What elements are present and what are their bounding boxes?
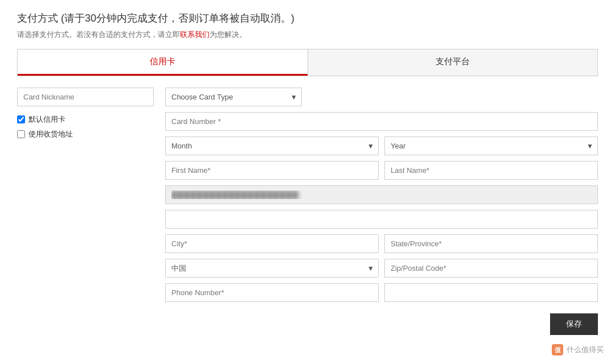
name-row: [165, 161, 598, 180]
tab-payment-platform[interactable]: 支付平台: [308, 49, 598, 76]
subtitle-after-link: 为您解决。: [210, 30, 247, 39]
first-name-field: [165, 161, 379, 180]
country-select[interactable]: 中国 美国 日本 韩国: [165, 259, 379, 278]
last-name-input[interactable]: [384, 161, 598, 180]
year-select-wrapper: Year 2024 2025 2026 2027 2028 2029 2030 …: [384, 136, 598, 155]
state-input[interactable]: [384, 234, 598, 253]
card-nickname-input[interactable]: [17, 88, 154, 106]
state-field: [384, 234, 598, 253]
city-input[interactable]: [165, 234, 379, 253]
right-column: Choose Card Type Visa MasterCard America…: [165, 88, 598, 335]
country-select-wrapper: 中国 美国 日本 韩国 ▼: [165, 259, 379, 278]
card-type-select[interactable]: Choose Card Type Visa MasterCard America…: [165, 88, 302, 106]
use-shipping-address-checkbox[interactable]: [17, 130, 25, 138]
subtitle-before-link: 请选择支付方式。若没有合适的支付方式，请立即: [17, 30, 180, 39]
card-number-row: [165, 112, 598, 131]
blurred-address-row: [165, 185, 598, 204]
phone-extra-field: [384, 283, 598, 302]
zip-input[interactable]: [384, 259, 598, 278]
watermark: 值 什么值得买: [552, 344, 604, 355]
month-year-row: Month 01 02 03 04 05 06 07 08 09 10 11: [165, 136, 598, 155]
city-state-row: [165, 234, 598, 253]
save-button[interactable]: 保存: [550, 313, 598, 335]
year-field: Year 2024 2025 2026 2027 2028 2029 2030 …: [384, 136, 598, 155]
card-number-input[interactable]: [165, 112, 598, 131]
country-zip-row: 中国 美国 日本 韩国 ▼: [165, 259, 598, 278]
watermark-logo: 值: [552, 344, 563, 355]
tab-credit-card[interactable]: 信用卡: [18, 49, 308, 76]
month-field: Month 01 02 03 04 05 06 07 08 09 10 11: [165, 136, 379, 155]
use-shipping-address-label: 使用收货地址: [28, 129, 73, 139]
address-line2-row: [165, 210, 598, 229]
page-container: 支付方式 (请于30分钟内完成支付，否则订单将被自动取消。) 请选择支付方式。若…: [0, 0, 615, 346]
contact-us-link[interactable]: 联系我们: [180, 30, 210, 39]
city-field: [165, 234, 379, 253]
address-line2-input[interactable]: [165, 210, 598, 229]
country-field: 中国 美国 日本 韩国 ▼: [165, 259, 379, 278]
left-column: 默认信用卡 使用收货地址: [17, 88, 154, 335]
phone-row: [165, 283, 598, 302]
use-shipping-address-checkbox-label[interactable]: 使用收货地址: [17, 129, 154, 139]
page-title: 支付方式 (请于30分钟内完成支付，否则订单将被自动取消。): [17, 11, 598, 25]
phone-extra-input[interactable]: [384, 283, 598, 302]
month-select-wrapper: Month 01 02 03 04 05 06 07 08 09 10 11: [165, 136, 379, 155]
form-area: 默认信用卡 使用收货地址 Choose Card Type Visa Maste…: [17, 88, 598, 335]
card-type-select-wrapper: Choose Card Type Visa MasterCard America…: [165, 88, 302, 106]
phone-input[interactable]: [165, 283, 379, 302]
address-line1-input[interactable]: [165, 185, 598, 204]
tab-bar: 信用卡 支付平台: [17, 49, 598, 76]
phone-field: [165, 283, 379, 302]
zip-field: [384, 259, 598, 278]
month-select[interactable]: Month 01 02 03 04 05 06 07 08 09 10 11: [165, 136, 379, 155]
default-card-label: 默认信用卡: [28, 114, 65, 125]
save-row: 保存: [165, 313, 598, 335]
last-name-field: [384, 161, 598, 180]
watermark-text: 什么值得买: [567, 345, 604, 355]
default-card-checkbox-label[interactable]: 默认信用卡: [17, 114, 154, 125]
first-name-input[interactable]: [165, 161, 379, 180]
year-select[interactable]: Year 2024 2025 2026 2027 2028 2029 2030: [384, 136, 598, 155]
default-card-checkbox[interactable]: [17, 115, 25, 123]
checkbox-group: 默认信用卡 使用收货地址: [17, 114, 154, 139]
page-subtitle: 请选择支付方式。若没有合适的支付方式，请立即联系我们为您解决。: [17, 30, 598, 40]
card-type-row: Choose Card Type Visa MasterCard America…: [165, 88, 598, 106]
